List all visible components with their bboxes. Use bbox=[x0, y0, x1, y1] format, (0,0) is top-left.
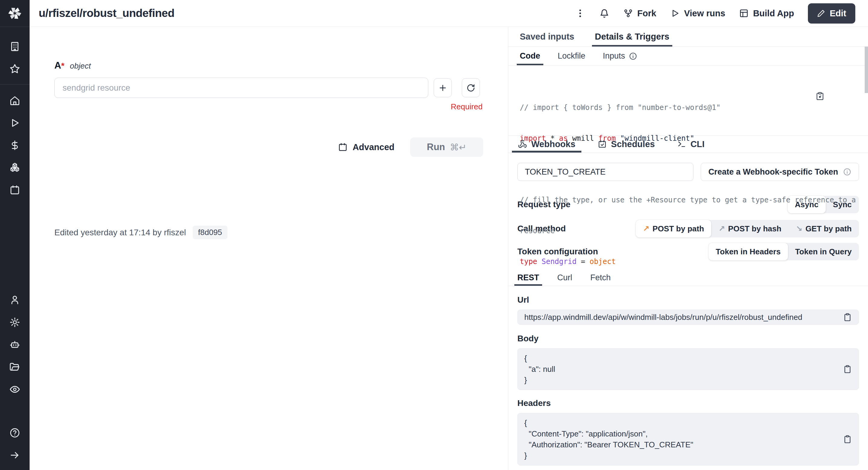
field-label: A* object bbox=[54, 60, 481, 71]
star-icon[interactable] bbox=[0, 58, 30, 80]
plus-icon bbox=[438, 83, 447, 92]
sidebar-divider bbox=[0, 84, 30, 85]
edit-button[interactable]: Edit bbox=[808, 3, 855, 24]
tab-code[interactable]: Code bbox=[519, 47, 541, 65]
add-resource-button[interactable] bbox=[434, 78, 452, 97]
home-icon[interactable] bbox=[0, 89, 30, 112]
tab-curl[interactable]: Curl bbox=[557, 270, 573, 286]
details-panel: Saved inputs Details & Triggers Code Loc… bbox=[508, 27, 868, 470]
body-label: Body bbox=[517, 334, 859, 343]
field-name: A bbox=[54, 60, 61, 71]
copy-body-icon[interactable] bbox=[843, 365, 852, 374]
resource-input[interactable] bbox=[54, 77, 428, 98]
tab-webhooks[interactable]: Webhooks bbox=[516, 136, 577, 153]
view-runs-label: View runs bbox=[684, 8, 725, 19]
page-title: u/rfiszel/robust_undefined bbox=[39, 7, 175, 20]
headers-box: { "Content-Type": "application/json", "A… bbox=[517, 413, 859, 466]
url-box: https://app.windmill.dev/api/w/windmill-… bbox=[517, 310, 859, 325]
robot-icon[interactable] bbox=[0, 334, 30, 356]
fork-button[interactable]: Fork bbox=[623, 8, 656, 19]
headers-label: Headers bbox=[517, 399, 859, 408]
copy-headers-icon[interactable] bbox=[843, 435, 852, 444]
panel-scrollbar[interactable] bbox=[865, 46, 868, 93]
sidebar-group-nav bbox=[0, 89, 30, 201]
help-icon[interactable] bbox=[0, 422, 30, 444]
body-json: { "a": null} bbox=[524, 353, 843, 385]
code-line: // import { toWords } from "number-to-wo… bbox=[520, 102, 841, 113]
info-icon bbox=[843, 168, 851, 176]
gear-icon[interactable] bbox=[0, 311, 30, 334]
code-viewer: // import { toWords } from "number-to-wo… bbox=[508, 66, 868, 135]
arrow-right-icon[interactable] bbox=[0, 444, 30, 466]
pencil-icon bbox=[817, 9, 826, 18]
terminal-icon bbox=[677, 139, 686, 149]
tab-saved-inputs[interactable]: Saved inputs bbox=[519, 27, 576, 46]
copy-url-icon[interactable] bbox=[843, 313, 852, 322]
field-type: object bbox=[70, 61, 91, 71]
url-value: https://app.windmill.dev/api/w/windmill-… bbox=[524, 313, 843, 322]
advanced-label: Advanced bbox=[352, 142, 395, 152]
copy-code-icon[interactable] bbox=[815, 71, 859, 121]
advanced-button[interactable]: Advanced bbox=[338, 142, 395, 152]
tab-schedules[interactable]: Schedules bbox=[596, 136, 657, 153]
header: u/rfiszel/robust_undefined Fork View run… bbox=[30, 0, 868, 27]
headers-json: { "Content-Type": "application/json", "A… bbox=[524, 417, 843, 461]
boxes-icon[interactable] bbox=[0, 156, 30, 179]
calendar-check-icon bbox=[598, 139, 607, 149]
sidebar-group-workspace bbox=[0, 35, 30, 80]
code-line: type Sendgrid = object bbox=[520, 256, 841, 267]
tab-rest[interactable]: REST bbox=[517, 270, 540, 286]
user-icon[interactable] bbox=[0, 289, 30, 311]
play-icon[interactable] bbox=[0, 112, 30, 134]
sidebar-group-admin bbox=[0, 289, 30, 401]
eye-icon[interactable] bbox=[0, 378, 30, 401]
calendar-icon bbox=[338, 142, 348, 152]
fork-label: Fork bbox=[637, 8, 656, 19]
code-line: // fill the type, or use the +Resource t… bbox=[520, 195, 841, 205]
kebab-menu-icon[interactable] bbox=[575, 8, 585, 19]
tab-cli[interactable]: CLI bbox=[675, 136, 706, 153]
required-star: * bbox=[61, 61, 64, 71]
tab-inputs[interactable]: Inputs bbox=[602, 47, 638, 65]
calendar-icon[interactable] bbox=[0, 179, 30, 201]
dollar-icon[interactable] bbox=[0, 134, 30, 156]
tab-fetch[interactable]: Fetch bbox=[590, 270, 612, 286]
required-note: Required bbox=[54, 102, 483, 112]
webhook-icon bbox=[518, 139, 527, 149]
run-form-area: A* object Required Advanced bbox=[30, 27, 508, 470]
edited-note: Edited yesterday at 17:14 by rfiszel bbox=[54, 228, 186, 238]
body-box: { "a": null} bbox=[517, 348, 859, 390]
info-icon bbox=[629, 52, 637, 60]
tab-details-triggers[interactable]: Details & Triggers bbox=[594, 27, 671, 46]
url-label: Url bbox=[517, 295, 859, 305]
tab-lockfile[interactable]: Lockfile bbox=[557, 47, 586, 65]
windmill-logo-icon[interactable] bbox=[0, 0, 30, 27]
refresh-button[interactable] bbox=[462, 78, 480, 97]
run-label: Run bbox=[427, 142, 445, 153]
bell-icon[interactable] bbox=[599, 8, 610, 19]
version-hash-badge: f8d095 bbox=[193, 226, 228, 239]
refresh-icon bbox=[466, 83, 475, 92]
code-line: resource bbox=[520, 226, 841, 236]
folder-open-icon[interactable] bbox=[0, 356, 30, 378]
panel-tabs: Saved inputs Details & Triggers bbox=[508, 27, 868, 47]
view-runs-button[interactable]: View runs bbox=[670, 8, 725, 19]
building-icon[interactable] bbox=[0, 35, 30, 58]
run-button[interactable]: Run ⌘↵ bbox=[410, 137, 483, 157]
sidebar bbox=[0, 0, 30, 470]
sidebar-group-footer bbox=[0, 422, 30, 466]
code-tabs: Code Lockfile Inputs bbox=[508, 47, 868, 66]
edit-label: Edit bbox=[830, 8, 846, 19]
build-app-label: Build App bbox=[753, 8, 794, 19]
build-app-button[interactable]: Build App bbox=[739, 8, 794, 19]
run-shortcut: ⌘↵ bbox=[450, 142, 467, 153]
